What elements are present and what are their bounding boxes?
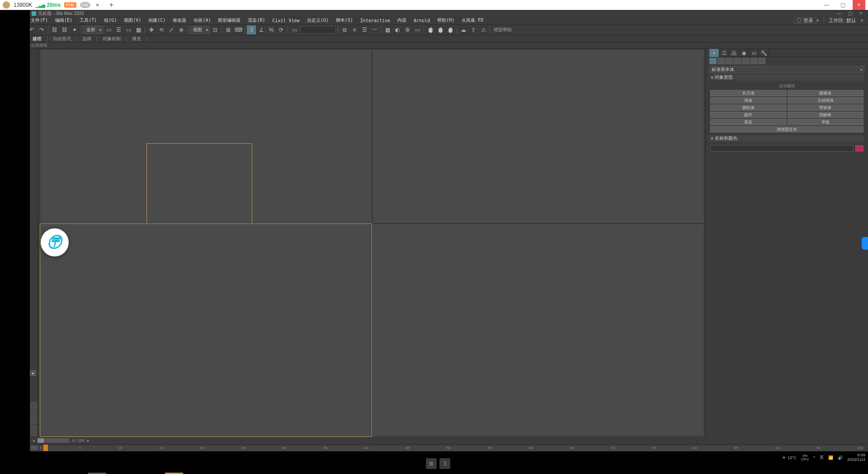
placement-button[interactable]: ⊕ [177,25,186,34]
taskbar-windows-icon[interactable]: ⊞ [426,458,437,469]
render-button[interactable]: 🍵 [426,25,435,34]
menu-grapheditor[interactable]: 图形编辑器 [214,17,244,24]
menu-customize[interactable]: 自定义(U) [303,17,332,24]
cameras-icon[interactable] [734,58,741,64]
menu-create[interactable]: 创建(C) [145,17,169,24]
snap-toggle-button[interactable]: 3 [247,25,256,34]
align-button[interactable]: ≡ [350,25,359,34]
tab-objpaint[interactable]: 对象绘制 [97,36,127,42]
workspace-selector[interactable]: 工作区: 默认 [824,17,861,24]
systems-icon[interactable] [758,58,765,64]
tube-button[interactable]: 管状体 [788,104,864,111]
new-tab-button[interactable]: + [109,1,113,9]
browser-maximize-button[interactable]: ▢ [836,0,849,10]
menu-content[interactable]: 内容 [394,17,410,24]
helpers-icon[interactable] [742,58,749,64]
render-prod-button[interactable]: 🍵 [446,25,455,34]
object-name-input[interactable] [710,145,854,152]
menu-file[interactable]: 文件(F) [27,17,52,24]
utilities-tab[interactable]: 🔧 [759,49,769,57]
shapes-icon[interactable] [717,58,725,64]
timeline-start-arrow[interactable]: ◂ [33,438,35,443]
browser-tab-label[interactable]: 13900K [14,2,32,8]
object-color-swatch[interactable] [855,145,863,152]
rotate-button[interactable]: ⟲ [157,25,166,34]
app-close-button[interactable]: × [855,11,866,16]
a-button[interactable]: ⚠ [479,25,488,34]
material-button[interactable]: ◐ [393,25,402,34]
vstrip-btn1[interactable] [31,402,37,412]
login-button[interactable]: 登录 [794,17,816,24]
select-button[interactable]: ▭ [104,25,113,34]
keyboard-shortcut-button[interactable]: ⌨ [234,25,243,34]
textplus-button[interactable]: 加强型文本 [710,126,863,133]
viewport-area[interactable] [40,49,704,437]
open-a360-button[interactable]: ☁ [459,25,468,34]
viewport-bottom-left-active[interactable] [40,223,372,437]
layer-button[interactable]: ☰ [360,25,369,34]
viewport-bottom-right[interactable] [372,223,704,437]
viewport-top-right[interactable] [372,49,704,223]
percent-snap-button[interactable]: % [267,25,276,34]
schematic-button[interactable]: ▦ [383,25,392,34]
spacewarps-icon[interactable] [750,58,757,64]
menu-tools[interactable]: 工具(T) [76,17,100,24]
create-tab[interactable]: + [709,49,719,57]
vstrip-btn3[interactable] [31,425,37,436]
scale-button[interactable]: ⤢ [167,25,176,34]
redo-button[interactable]: ↷ [37,25,46,34]
menu-animation[interactable]: 动画(A) [190,17,214,24]
menu-help[interactable]: 帮助(H) [434,17,458,24]
taskbar-3dsmax-icon[interactable]: 3 [439,458,450,469]
window-crossing-button[interactable]: ▦ [134,25,143,34]
share-button[interactable]: ⇪ [469,25,478,34]
menu-interactive[interactable]: Interactive [357,18,394,23]
teapot-button[interactable]: 茶壶 [710,119,787,125]
spinner-snap-button[interactable]: ⟳ [277,25,286,34]
tab-populate[interactable]: 填充 [127,36,147,42]
tab-close-icon[interactable]: × [96,1,99,9]
wifi-icon[interactable]: 📶 [828,455,833,460]
browser-minimize-button[interactable]: — [820,0,833,10]
bind-button[interactable]: ✦ [70,25,79,34]
hierarchy-tab[interactable]: 品 [729,49,739,57]
sphere-button[interactable]: 球体 [710,97,787,104]
menu-render[interactable]: 渲染(R) [244,17,269,24]
workspace-dropdown-icon[interactable]: ▾ [861,18,863,24]
tab-modeling[interactable]: 建模 [27,36,47,42]
link-button[interactable]: ⛓ [50,25,59,34]
weather-widget[interactable]: ☀ 13°C [782,455,797,460]
todesk-floating-icon[interactable]: 〶 [41,228,69,256]
display-tab[interactable]: ▭ [749,49,759,57]
select-name-button[interactable]: ☰ [114,25,123,34]
app-minimize-button[interactable]: — [834,11,844,16]
pivot-button[interactable]: ⊡ [211,25,220,34]
curve-editor-button[interactable]: 〰 [370,25,379,34]
angle-snap-button[interactable]: ∠ [257,25,266,34]
plane-button[interactable]: 平面 [788,119,864,125]
cylinder-button[interactable]: 圆柱体 [710,104,787,111]
right-side-tab[interactable] [862,237,868,250]
menu-group[interactable]: 组(G) [100,17,120,24]
menu-phoenix[interactable]: 火凤凰 FD [458,17,487,24]
expand-arrow[interactable]: ▸ [30,370,36,376]
render-frame-button[interactable]: ▭ [413,25,422,34]
select-region-button[interactable]: ▭ [124,25,133,34]
unlink-button[interactable]: ⛓ [60,25,69,34]
geometry-icon[interactable] [709,58,717,64]
tab-selection[interactable]: 选择 [77,36,97,42]
timeline-scrub[interactable] [38,438,69,443]
tab-freeform[interactable]: 自由形式 [47,36,77,42]
manip-button[interactable]: ⊞ [224,25,233,34]
ruler-start-button[interactable] [31,446,38,450]
lang-indicator[interactable]: 英 [820,455,824,460]
primitive-type-dropdown[interactable]: 标准基本体 [709,66,864,73]
motion-tab[interactable]: ◉ [739,49,749,57]
menu-civilview[interactable]: Civil View [269,18,303,23]
render-last-button[interactable]: 🍵 [436,25,445,34]
rollout-object-type[interactable]: 对象类型 [709,74,864,81]
render-setup-button[interactable]: ⚙ [403,25,412,34]
named-selection-input[interactable] [300,26,336,34]
mirror-button[interactable]: ⧉ [340,25,349,34]
move-button[interactable]: ✥ [147,25,156,34]
